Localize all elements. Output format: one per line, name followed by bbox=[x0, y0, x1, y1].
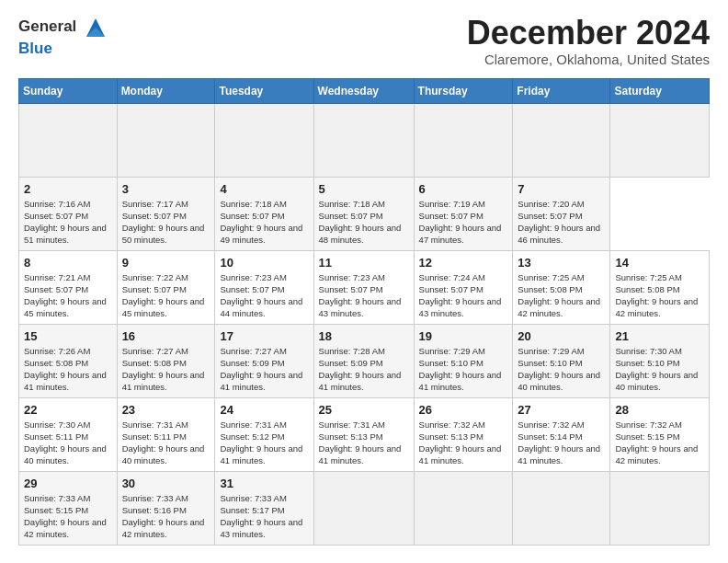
day-number: 7 bbox=[518, 181, 605, 198]
day-number: 5 bbox=[319, 181, 409, 198]
daylight-label: Daylight: 9 hours and 40 minutes. bbox=[518, 370, 600, 392]
sunrise-label: Sunrise: 7:18 AM bbox=[319, 199, 385, 209]
col-tuesday: Tuesday bbox=[215, 78, 313, 103]
day-number: 10 bbox=[220, 255, 308, 271]
logo-blue: Blue bbox=[18, 40, 52, 57]
daylight-label: Daylight: 9 hours and 43 minutes. bbox=[319, 296, 402, 318]
day-number: 11 bbox=[319, 255, 409, 271]
day-number: 12 bbox=[419, 255, 508, 271]
daylight-label: Daylight: 9 hours and 40 minutes. bbox=[615, 370, 698, 392]
page-subtitle: Claremore, Oklahoma, United States bbox=[467, 52, 710, 67]
calendar-cell: 16Sunrise: 7:27 AMSunset: 5:08 PMDayligh… bbox=[117, 324, 215, 397]
calendar-cell bbox=[215, 103, 313, 177]
sunset-label: Sunset: 5:11 PM bbox=[122, 431, 187, 442]
sunset-label: Sunset: 5:07 PM bbox=[220, 211, 284, 221]
day-number: 6 bbox=[419, 181, 508, 198]
sunset-label: Sunset: 5:10 PM bbox=[518, 358, 582, 368]
sunrise-label: Sunrise: 7:33 AM bbox=[24, 493, 90, 503]
sunrise-label: Sunrise: 7:17 AM bbox=[122, 199, 188, 209]
calendar-cell: 17Sunrise: 7:27 AMSunset: 5:09 PMDayligh… bbox=[215, 324, 313, 397]
day-number: 14 bbox=[615, 255, 704, 271]
calendar-cell: 4Sunrise: 7:18 AMSunset: 5:07 PMDaylight… bbox=[215, 177, 313, 250]
sunset-label: Sunset: 5:08 PM bbox=[122, 358, 187, 368]
col-sunday: Sunday bbox=[19, 78, 118, 103]
sunset-label: Sunset: 5:07 PM bbox=[518, 211, 582, 221]
sunset-label: Sunset: 5:09 PM bbox=[319, 358, 383, 368]
sunrise-label: Sunrise: 7:16 AM bbox=[24, 199, 90, 209]
daylight-label: Daylight: 9 hours and 41 minutes. bbox=[24, 370, 107, 392]
daylight-label: Daylight: 9 hours and 43 minutes. bbox=[220, 517, 302, 539]
calendar-cell bbox=[313, 471, 414, 545]
col-monday: Monday bbox=[117, 78, 215, 103]
day-number: 8 bbox=[24, 255, 112, 271]
calendar-body: 2Sunrise: 7:16 AMSunset: 5:07 PMDaylight… bbox=[19, 103, 710, 545]
daylight-label: Daylight: 9 hours and 45 minutes. bbox=[122, 296, 205, 318]
calendar-cell bbox=[313, 103, 414, 177]
day-number: 27 bbox=[518, 402, 605, 419]
day-number: 26 bbox=[419, 402, 508, 419]
day-number: 4 bbox=[220, 181, 308, 198]
sunset-label: Sunset: 5:13 PM bbox=[319, 431, 383, 442]
sunset-label: Sunset: 5:08 PM bbox=[615, 284, 679, 294]
daylight-label: Daylight: 9 hours and 51 minutes. bbox=[24, 223, 107, 245]
day-number: 15 bbox=[24, 328, 112, 345]
day-number: 31 bbox=[220, 476, 308, 492]
daylight-label: Daylight: 9 hours and 42 minutes. bbox=[122, 517, 205, 539]
sunrise-label: Sunrise: 7:31 AM bbox=[220, 419, 286, 430]
day-number: 20 bbox=[518, 328, 605, 345]
sunset-label: Sunset: 5:15 PM bbox=[615, 431, 679, 442]
sunset-label: Sunset: 5:08 PM bbox=[24, 358, 88, 368]
calendar-cell bbox=[610, 103, 710, 177]
sunset-label: Sunset: 5:08 PM bbox=[518, 284, 582, 294]
calendar-cell bbox=[610, 471, 710, 545]
day-number: 23 bbox=[122, 402, 210, 419]
calendar-cell: 11Sunrise: 7:23 AMSunset: 5:07 PMDayligh… bbox=[313, 250, 414, 324]
sunset-label: Sunset: 5:12 PM bbox=[220, 431, 284, 442]
daylight-label: Daylight: 9 hours and 44 minutes. bbox=[220, 296, 302, 318]
col-saturday: Saturday bbox=[610, 78, 710, 103]
daylight-label: Daylight: 9 hours and 42 minutes. bbox=[518, 296, 600, 318]
sunset-label: Sunset: 5:15 PM bbox=[24, 505, 88, 515]
day-number: 9 bbox=[122, 255, 210, 271]
sunrise-label: Sunrise: 7:30 AM bbox=[24, 419, 90, 430]
daylight-label: Daylight: 9 hours and 42 minutes. bbox=[615, 296, 698, 318]
calendar-week-4: 22Sunrise: 7:30 AMSunset: 5:11 PMDayligh… bbox=[19, 397, 710, 471]
logo-row: General Blue bbox=[18, 15, 108, 58]
sunset-label: Sunset: 5:09 PM bbox=[220, 358, 284, 368]
calendar-cell: 9Sunrise: 7:22 AMSunset: 5:07 PMDaylight… bbox=[117, 250, 215, 324]
calendar-cell bbox=[117, 103, 215, 177]
calendar-cell: 3Sunrise: 7:17 AMSunset: 5:07 PMDaylight… bbox=[117, 177, 215, 250]
sunset-label: Sunset: 5:17 PM bbox=[220, 505, 284, 515]
calendar-cell: 20Sunrise: 7:29 AMSunset: 5:10 PMDayligh… bbox=[513, 324, 610, 397]
sunrise-label: Sunrise: 7:33 AM bbox=[220, 493, 286, 503]
daylight-label: Daylight: 9 hours and 45 minutes. bbox=[24, 296, 107, 318]
calendar-week-3: 15Sunrise: 7:26 AMSunset: 5:08 PMDayligh… bbox=[19, 324, 710, 397]
sunset-label: Sunset: 5:07 PM bbox=[220, 284, 284, 294]
calendar-cell: 27Sunrise: 7:32 AMSunset: 5:14 PMDayligh… bbox=[513, 397, 610, 471]
daylight-label: Daylight: 9 hours and 41 minutes. bbox=[419, 370, 502, 392]
day-number: 13 bbox=[518, 255, 605, 271]
calendar-cell: 10Sunrise: 7:23 AMSunset: 5:07 PMDayligh… bbox=[215, 250, 313, 324]
sunrise-label: Sunrise: 7:21 AM bbox=[24, 272, 90, 282]
daylight-label: Daylight: 9 hours and 42 minutes. bbox=[24, 517, 107, 539]
day-number: 24 bbox=[220, 402, 308, 419]
sunset-label: Sunset: 5:07 PM bbox=[319, 284, 383, 294]
calendar-cell bbox=[414, 103, 513, 177]
sunset-label: Sunset: 5:13 PM bbox=[419, 431, 483, 442]
sunrise-label: Sunrise: 7:23 AM bbox=[319, 272, 385, 282]
calendar-cell: 19Sunrise: 7:29 AMSunset: 5:10 PMDayligh… bbox=[414, 324, 513, 397]
sunset-label: Sunset: 5:10 PM bbox=[419, 358, 483, 368]
calendar-cell bbox=[513, 471, 610, 545]
sunset-label: Sunset: 5:07 PM bbox=[319, 211, 383, 221]
sunrise-label: Sunrise: 7:18 AM bbox=[220, 199, 286, 209]
calendar-week-2: 8Sunrise: 7:21 AMSunset: 5:07 PMDaylight… bbox=[19, 250, 710, 324]
header: General Blue December 2024 Claremore, Ok… bbox=[18, 15, 710, 67]
daylight-label: Daylight: 9 hours and 41 minutes. bbox=[319, 370, 402, 392]
daylight-label: Daylight: 9 hours and 41 minutes. bbox=[319, 443, 402, 465]
calendar-cell: 8Sunrise: 7:21 AMSunset: 5:07 PMDaylight… bbox=[19, 250, 118, 324]
calendar-cell: 29Sunrise: 7:33 AMSunset: 5:15 PMDayligh… bbox=[19, 471, 118, 545]
sunrise-label: Sunrise: 7:31 AM bbox=[122, 419, 188, 430]
day-number: 28 bbox=[615, 402, 704, 419]
daylight-label: Daylight: 9 hours and 42 minutes. bbox=[615, 443, 698, 465]
sunrise-label: Sunrise: 7:27 AM bbox=[220, 346, 286, 356]
